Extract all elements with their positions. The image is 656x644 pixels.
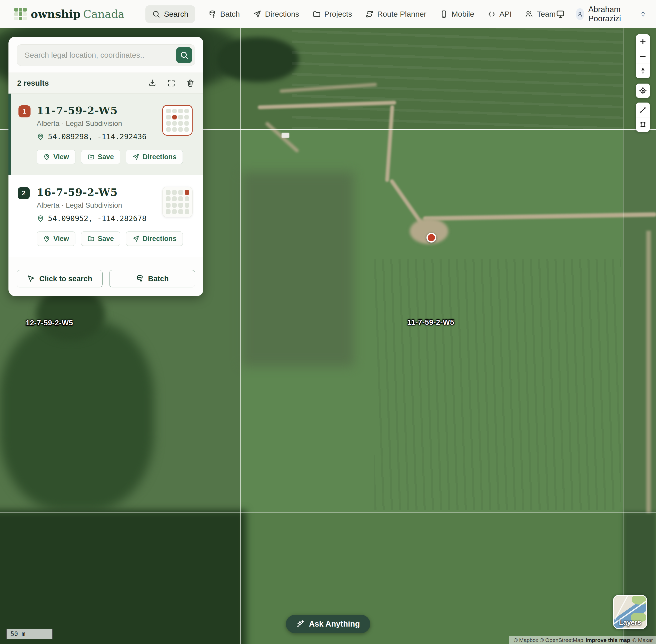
nav-item-batch[interactable]: Batch (208, 10, 240, 19)
lsd-cell (185, 203, 189, 208)
directions-button[interactable]: Directions (126, 150, 183, 164)
folder-plus-icon (87, 235, 95, 242)
lsd-cell (185, 197, 189, 201)
nav-item-directions[interactable]: Directions (253, 10, 299, 19)
lsd-cell (184, 127, 189, 132)
view-button[interactable]: View (37, 231, 75, 246)
lsd-cell (172, 121, 177, 125)
layers-label: Layers (614, 619, 646, 626)
measure-control (636, 102, 650, 132)
search-row (8, 37, 203, 73)
display-mode-button[interactable] (556, 9, 565, 19)
lsd-highlight-cell (172, 115, 177, 119)
nav-label: Route Planner (377, 10, 427, 19)
lsd-cell (166, 115, 171, 119)
logo-grid-icon (14, 8, 27, 20)
lsd-highlight-cell (185, 190, 189, 195)
ask-anything-button[interactable]: Ask Anything (286, 615, 370, 633)
zoom-in-button[interactable] (636, 34, 650, 49)
lsd-cell (178, 190, 183, 195)
map-pin-icon (37, 214, 44, 222)
result-row-1[interactable]: 1 11-7-59-2-W5 Alberta · Legal Subdivisi… (8, 94, 203, 175)
download-icon (148, 79, 157, 87)
download-results-button[interactable] (148, 79, 157, 87)
monitor-icon (556, 9, 565, 19)
expand-icon (167, 79, 176, 87)
ask-anything-label: Ask Anything (309, 619, 360, 629)
results-header: 2 results (8, 73, 203, 94)
result-number-badge: 1 (19, 106, 30, 117)
navigation-icon (132, 153, 139, 160)
directions-label: Directions (142, 235, 177, 243)
map-pin-icon (43, 235, 50, 242)
lsd-cell (172, 203, 177, 208)
batch-button[interactable]: Batch (109, 270, 195, 288)
township-gridline-vertical (240, 28, 241, 644)
search-input[interactable] (17, 44, 195, 66)
locate-me-button[interactable] (636, 84, 650, 98)
folder-icon (313, 10, 321, 18)
results-count: 2 results (17, 79, 49, 87)
measure-area-button[interactable] (636, 117, 650, 132)
team-icon (525, 10, 533, 18)
map-terrain-patch (375, 259, 620, 510)
result-map-marker[interactable] (427, 233, 436, 243)
layers-button[interactable]: Layers (613, 595, 647, 629)
search-panel: 2 results 1 11-7-59-2-W5 Alberta · Legal… (8, 37, 203, 296)
attribution-text: © Mapbox © OpenStreetMap (514, 637, 583, 643)
app-logo[interactable]: ownshipCanada (14, 8, 125, 21)
section-label: 12-7-59-2-W5 (26, 319, 73, 327)
lsd-grid-thumbnail (162, 187, 193, 217)
lsd-cell (172, 127, 177, 132)
improve-this-map-link[interactable]: Improve this map (586, 637, 630, 643)
layers-thumbnail-art (632, 595, 647, 604)
save-button[interactable]: Save (81, 231, 120, 246)
result-number-badge: 2 (18, 187, 30, 199)
view-button[interactable]: View (37, 150, 75, 164)
nav-item-projects[interactable]: Projects (313, 10, 352, 19)
fit-to-results-button[interactable] (167, 79, 176, 87)
plus-icon (639, 38, 647, 46)
user-menu[interactable]: Abraham Poorazizi (576, 5, 645, 23)
lsd-cell (178, 121, 183, 125)
sparkles-icon (296, 620, 305, 628)
navigation-icon (253, 10, 261, 18)
click-to-search-button[interactable]: Click to search (17, 270, 103, 288)
nav-item-api[interactable]: API (488, 10, 512, 19)
directions-button[interactable]: Directions (126, 231, 183, 246)
lsd-cell (172, 190, 177, 195)
compass-button[interactable] (636, 64, 650, 78)
phone-icon (440, 10, 448, 18)
search-submit-button[interactable] (176, 47, 192, 63)
user-name: Abraham Poorazizi (588, 5, 637, 23)
result-row-2[interactable]: 2 16-7-59-2-W5 Alberta · Legal Subdivisi… (8, 175, 203, 257)
nav-item-mobile[interactable]: Mobile (440, 10, 474, 19)
clear-results-button[interactable] (186, 79, 195, 87)
click-to-search-label: Click to search (39, 275, 92, 283)
app-window: 12-7-59-2-W5 11-7-59-2-W5 ownshipCanada … (0, 0, 656, 644)
lsd-cell (172, 209, 177, 214)
view-label: View (53, 235, 69, 243)
measure-line-icon (639, 106, 647, 114)
map-pin-icon (43, 153, 50, 160)
map-terrain-patch (0, 320, 154, 510)
lsd-cell (166, 109, 171, 113)
nav-label: Search (164, 10, 188, 19)
zoom-out-button[interactable] (636, 49, 650, 64)
lsd-grid-thumbnail (162, 105, 193, 136)
minus-icon (639, 52, 647, 60)
nav-item-team[interactable]: Team (525, 10, 556, 19)
township-gridline-vertical (623, 28, 624, 644)
map-pin-icon (37, 133, 44, 140)
lsd-cell (172, 109, 177, 113)
lsd-cell (178, 197, 183, 201)
measure-distance-button[interactable] (636, 102, 650, 117)
save-button[interactable]: Save (81, 150, 120, 164)
scale-label: 50 m (10, 630, 25, 638)
nav-item-route-planner[interactable]: Route Planner (365, 10, 427, 19)
attribution-text: © Maxar (632, 637, 653, 643)
lsd-cell (166, 121, 171, 125)
trash-icon (186, 79, 195, 87)
nav-item-search[interactable]: Search (145, 5, 195, 23)
panel-footer: Click to search Batch (8, 263, 203, 296)
